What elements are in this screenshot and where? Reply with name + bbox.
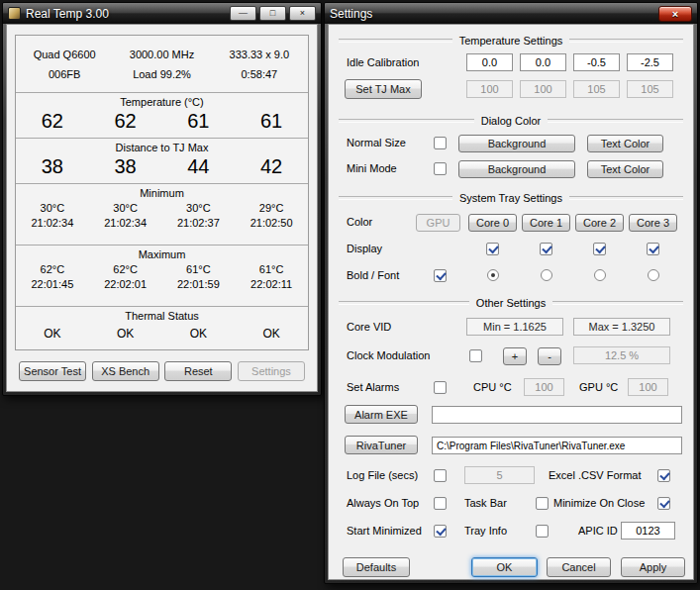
font-core3-radio[interactable] <box>648 269 659 281</box>
font-core1-radio[interactable] <box>541 269 552 281</box>
display-core3-checkbox[interactable] <box>647 243 659 255</box>
alarm-exe-button[interactable]: Alarm EXE <box>345 405 418 424</box>
task-bar-label: Task Bar <box>464 492 507 514</box>
minimum-title: Minimum <box>16 184 308 199</box>
min-temp-2: 30°C <box>162 202 236 214</box>
desktop: Real Temp 3.00 — □ × Quad Q6600 3000.00 … <box>0 0 700 590</box>
alarm-exe-row: Alarm EXE <box>329 403 693 427</box>
alarm-exe-path-field[interactable] <box>432 406 682 424</box>
tj-max-value-2: 105 <box>573 80 620 98</box>
log-interval-value: 5 <box>464 466 535 484</box>
max-temp-1: 62°C <box>89 263 162 275</box>
defaults-button[interactable]: Defaults <box>343 557 410 577</box>
apply-button[interactable]: Apply <box>621 557 685 577</box>
maximum-section: Maximum 62°C 62°C 61°C 61°C 22:01:45 22:… <box>16 245 308 306</box>
idle-calibration-input-2[interactable]: -0.5 <box>573 53 620 71</box>
thermal-status-3: OK <box>235 327 308 341</box>
settings-titlebar[interactable]: Settings × <box>325 3 697 24</box>
rivatuner-path-field[interactable]: C:\Program Files\RivaTuner\RivaTuner.exe <box>432 437 682 454</box>
minimize-on-close-checkbox[interactable] <box>657 497 670 510</box>
max-time-1: 22:02:01 <box>89 278 162 290</box>
core1-temp: 62 <box>89 110 162 133</box>
idle-calibration-input-1[interactable]: 0.0 <box>520 53 566 71</box>
tray-display-label: Display <box>347 238 382 259</box>
log-file-checkbox[interactable] <box>434 469 447 482</box>
idle-calibration-input-3[interactable]: -2.5 <box>627 53 673 71</box>
minimize-button[interactable]: — <box>230 6 256 21</box>
thermal-status-1: OK <box>89 327 162 341</box>
other-settings-caption: Other Settings <box>339 295 683 310</box>
cpu-alarm-label: CPU °C <box>473 376 512 398</box>
always-on-top-checkbox[interactable] <box>434 497 447 510</box>
mini-text-color-button[interactable]: Text Color <box>587 160 663 178</box>
tj-max-value-0: 100 <box>466 80 513 98</box>
normal-size-label: Normal Size <box>347 132 406 153</box>
clock-modulation-checkbox[interactable] <box>469 349 482 362</box>
apic-id-field[interactable]: 0123 <box>621 522 675 540</box>
core1-color-button[interactable]: Core 1 <box>522 214 570 232</box>
bold-font-label: Bold / Font <box>347 264 399 286</box>
normal-size-checkbox[interactable] <box>434 137 447 149</box>
tray-color-label: Color <box>347 211 372 233</box>
font-core0-radio[interactable] <box>487 269 499 281</box>
csv-format-checkbox[interactable] <box>657 469 670 482</box>
mini-background-button[interactable]: Background <box>458 160 575 178</box>
tray-info-checkbox[interactable] <box>536 525 549 538</box>
xs-bench-button[interactable]: XS Bench <box>92 361 159 381</box>
settings-footer-row: Defaults OK Cancel Apply <box>329 557 693 581</box>
bold-font-checkbox[interactable] <box>434 269 447 282</box>
set-alarms-label: Set Alarms <box>347 376 399 398</box>
normal-text-color-button[interactable]: Text Color <box>587 135 663 152</box>
start-minimized-checkbox[interactable] <box>434 525 447 538</box>
display-core0-checkbox[interactable] <box>486 243 499 255</box>
clock-modulation-value: 12.5 % <box>573 346 670 364</box>
realtemp-title: Real Temp 3.00 <box>26 7 227 21</box>
close-button[interactable]: × <box>658 6 692 22</box>
mini-mode-row: Mini Mode Background Text Color <box>329 157 693 181</box>
reset-button[interactable]: Reset <box>164 361 232 381</box>
minimize-on-close-label: Minimize On Close <box>553 492 645 514</box>
display-core1-checkbox[interactable] <box>540 243 552 255</box>
mini-mode-checkbox[interactable] <box>434 162 447 175</box>
sensor-test-button[interactable]: Sensor Test <box>19 361 86 381</box>
close-button[interactable]: × <box>289 6 316 21</box>
idle-calibration-input-0[interactable]: 0.0 <box>466 53 513 71</box>
set-tj-max-button[interactable]: Set TJ Max <box>345 79 422 99</box>
clock-plus-button[interactable]: + <box>503 347 527 365</box>
min-time-2: 21:02:37 <box>162 217 236 229</box>
clock-modulation-label: Clock Modulation <box>347 344 430 366</box>
min-time-0: 21:02:34 <box>16 217 89 229</box>
ok-button[interactable]: OK <box>471 557 538 577</box>
realtemp-client: Quad Q6600 3000.00 MHz 333.33 x 9.0 006F… <box>6 24 318 392</box>
cancel-button[interactable]: Cancel <box>547 557 611 577</box>
gpu-alarm-value: 100 <box>628 378 668 396</box>
clock-minus-button[interactable]: - <box>538 347 561 365</box>
core3-color-button[interactable]: Core 3 <box>629 214 677 232</box>
start-minimized-label: Start Minimized <box>347 520 422 541</box>
display-core2-checkbox[interactable] <box>593 243 606 255</box>
log-file-row: Log File (secs) 5 Excel .CSV Format <box>329 464 693 488</box>
uptime: 0:58:47 <box>211 68 308 80</box>
settings-title: Settings <box>330 7 658 21</box>
idle-calibration-row: Idle Calibration 0.0 0.0 -0.5 -2.5 <box>329 51 693 75</box>
core2-color-button[interactable]: Core 2 <box>575 214 624 232</box>
core3-distance: 42 <box>235 155 308 178</box>
maximize-button[interactable]: □ <box>259 6 286 21</box>
mini-mode-label: Mini Mode <box>347 157 397 179</box>
min-temp-0: 30°C <box>16 202 89 214</box>
max-time-3: 22:02:11 <box>235 278 308 290</box>
always-on-top-label: Always On Top <box>347 492 419 514</box>
cpuid: 006FB <box>16 68 113 80</box>
gpu-color-button: GPU <box>416 214 460 232</box>
font-core2-radio[interactable] <box>594 269 606 281</box>
always-on-top-row: Always On Top Task Bar Minimize On Close <box>329 492 693 516</box>
settings-button: Settings <box>238 361 305 381</box>
rivatuner-button[interactable]: RivaTuner <box>345 436 418 454</box>
normal-background-button[interactable]: Background <box>458 135 575 152</box>
thermal-status-2: OK <box>162 327 236 341</box>
set-alarms-checkbox[interactable] <box>434 381 447 394</box>
gpu-alarm-label: GPU °C <box>579 376 618 398</box>
task-bar-checkbox[interactable] <box>536 497 549 510</box>
realtemp-titlebar[interactable]: Real Temp 3.00 — □ × <box>3 3 321 24</box>
core0-color-button[interactable]: Core 0 <box>468 214 517 232</box>
